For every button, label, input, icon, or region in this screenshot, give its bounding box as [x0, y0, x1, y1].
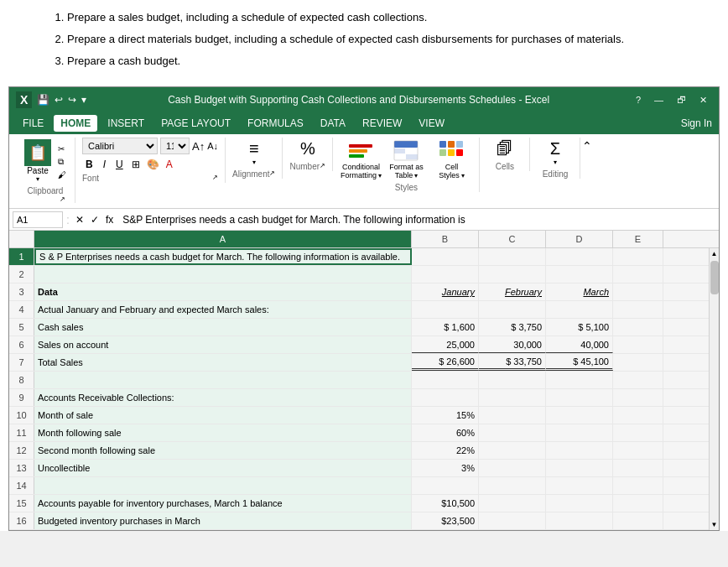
cell-a14[interactable]	[34, 477, 412, 494]
fill-color-button[interactable]: 🎨	[145, 158, 161, 171]
confirm-formula-button[interactable]: ✓	[88, 213, 101, 226]
cell-c4[interactable]	[479, 301, 546, 318]
cell-e2[interactable]	[613, 266, 663, 283]
alignment-expand-icon[interactable]: ↗	[269, 169, 275, 177]
redo-icon[interactable]: ↪	[68, 94, 76, 106]
cell-b8[interactable]	[412, 372, 479, 388]
paste-button[interactable]: 📋 Paste ▾	[23, 138, 53, 185]
cell-e15[interactable]	[613, 495, 663, 512]
format-as-table-button[interactable]: Format asTable▾	[385, 138, 427, 181]
cell-b15[interactable]: $10,500	[412, 495, 479, 512]
percent-button[interactable]: %	[297, 138, 319, 160]
cell-c12[interactable]	[479, 442, 546, 459]
border-button[interactable]: ⊞	[130, 158, 142, 171]
menu-view[interactable]: VIEW	[412, 115, 451, 132]
menu-review[interactable]: REVIEW	[356, 115, 408, 132]
menu-page-layout[interactable]: PAGE LAYOUT	[154, 115, 237, 132]
cell-d11[interactable]	[546, 424, 613, 441]
font-size-select[interactable]: 11	[160, 138, 190, 154]
cell-c2[interactable]	[479, 266, 546, 283]
cell-d1[interactable]	[546, 248, 613, 265]
cell-e8[interactable]	[613, 372, 663, 388]
cell-c13[interactable]	[479, 460, 546, 476]
cancel-formula-button[interactable]: ✕	[73, 213, 86, 226]
cell-b10[interactable]: 15%	[412, 407, 479, 424]
cell-a12[interactable]: Second month following sale	[34, 442, 412, 459]
insert-function-button[interactable]: fx	[103, 213, 116, 226]
cell-d7[interactable]: $ 45,100	[546, 354, 613, 371]
cell-a3[interactable]: Data	[34, 284, 412, 300]
cell-d4[interactable]	[546, 301, 613, 318]
formula-input[interactable]	[119, 213, 715, 226]
cell-d8[interactable]	[546, 372, 613, 388]
cell-a7[interactable]: Total Sales	[34, 354, 412, 371]
font-name-select[interactable]: Calibri	[82, 138, 158, 154]
menu-file[interactable]: FILE	[16, 115, 50, 132]
menu-home[interactable]: HOME	[54, 115, 97, 132]
bold-button[interactable]: B	[82, 157, 96, 172]
col-header-d[interactable]: D	[546, 231, 613, 247]
cell-b16[interactable]: $23,500	[412, 512, 479, 529]
cell-a2[interactable]	[34, 266, 412, 283]
cell-a6[interactable]: Sales on account	[34, 336, 412, 353]
cell-b2[interactable]	[412, 266, 479, 283]
number-expand-icon[interactable]: ↗	[320, 162, 325, 169]
minimize-button[interactable]: —	[649, 93, 668, 107]
cell-c7[interactable]: $ 33,750	[479, 354, 546, 371]
cell-c3[interactable]: February	[479, 284, 546, 300]
cell-b5[interactable]: $ 1,600	[412, 319, 479, 336]
cell-b7[interactable]: $ 26,600	[412, 354, 479, 371]
cell-b3[interactable]: January	[412, 284, 479, 300]
cell-a5[interactable]: Cash sales	[34, 319, 412, 336]
menu-formulas[interactable]: FORMULAS	[241, 115, 310, 132]
cell-d14[interactable]	[546, 477, 613, 494]
cell-e14[interactable]	[613, 477, 663, 494]
cell-b4[interactable]	[412, 301, 479, 318]
cell-b11[interactable]: 60%	[412, 424, 479, 441]
editing-button[interactable]: Σ ▾	[547, 138, 564, 168]
cell-d9[interactable]	[546, 389, 613, 406]
cell-c15[interactable]	[479, 495, 546, 512]
col-header-a[interactable]: A	[34, 231, 412, 247]
alignment-dropdown[interactable]: ▾	[252, 159, 256, 166]
col-header-e[interactable]: E	[613, 231, 663, 247]
cell-e3[interactable]	[613, 284, 663, 300]
copy-button[interactable]: ⧉	[56, 156, 68, 168]
alignment-button[interactable]: ≡ ▾	[246, 138, 263, 168]
underline-button[interactable]: U	[112, 157, 127, 172]
cell-a15[interactable]: Accounts payable for inventory purchases…	[34, 495, 412, 512]
cell-a13[interactable]: Uncollectible	[34, 460, 412, 476]
cut-button[interactable]: ✂	[56, 143, 68, 154]
cells-button[interactable]: 🗐	[493, 138, 517, 160]
cell-d10[interactable]	[546, 407, 613, 424]
cell-b6[interactable]: 25,000	[412, 336, 479, 353]
scroll-up-button[interactable]: ▲	[710, 248, 719, 259]
cell-e12[interactable]	[613, 442, 663, 459]
cell-e4[interactable]	[613, 301, 663, 318]
cell-e1[interactable]	[613, 248, 663, 265]
cell-a1[interactable]: S & P Enterprises needs a cash budget fo…	[34, 248, 412, 265]
col-header-b[interactable]: B	[412, 231, 479, 247]
cell-c1[interactable]	[479, 248, 546, 265]
cell-e11[interactable]	[613, 424, 663, 441]
cell-styles-button[interactable]: CellStyles▾	[430, 138, 472, 181]
cell-a10[interactable]: Month of sale	[34, 407, 412, 424]
font-color-button[interactable]: A	[164, 158, 174, 171]
cell-d2[interactable]	[546, 266, 613, 283]
cell-e13[interactable]	[613, 460, 663, 476]
cell-e10[interactable]	[613, 407, 663, 424]
cell-b12[interactable]: 22%	[412, 442, 479, 459]
cell-a4[interactable]: Actual January and February and expected…	[34, 301, 412, 318]
cell-b9[interactable]	[412, 389, 479, 406]
collapse-ribbon-button[interactable]: ⌃	[582, 139, 592, 153]
decrease-font-button[interactable]: A↓	[207, 141, 218, 151]
cell-reference-input[interactable]	[13, 211, 63, 228]
sign-in-link[interactable]: Sign In	[681, 117, 712, 129]
cell-e5[interactable]	[613, 319, 663, 336]
restore-button[interactable]: 🗗	[672, 93, 691, 107]
cell-b14[interactable]	[412, 477, 479, 494]
clipboard-expand-icon[interactable]: ↗	[60, 195, 65, 203]
help-icon[interactable]: ?	[631, 93, 646, 107]
cell-d13[interactable]	[546, 460, 613, 476]
cell-a9[interactable]: Accounts Receivable Collections:	[34, 389, 412, 406]
